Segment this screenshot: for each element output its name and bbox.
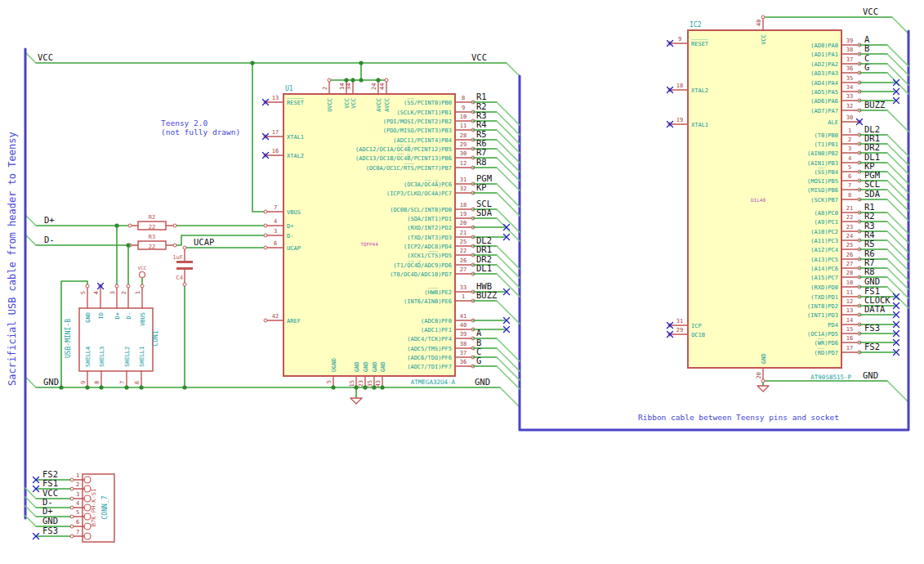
net-label: R7 [476,147,487,157]
pin-end [385,78,388,82]
junction-dot [126,243,130,247]
pin-name: (T0/OC4D/ADC10)PD7 [390,271,452,278]
pin-name: R̅E̅S̅E̅T̅ [287,98,305,105]
net-label: D+ [42,506,53,516]
pin-number: 30 [846,114,853,121]
pin-number: 19 [676,117,683,123]
bus-entry [25,235,36,245]
pin-end [264,319,267,322]
pin-number: 3 [274,228,277,235]
pin-name: (OC0A/OC1C/R̅T̅S̅/PCINT7)PB7 [366,163,452,171]
net-label: GND [43,377,59,387]
pin-end [328,78,331,82]
bus-entry [887,172,908,193]
pin-name: GND [761,353,767,364]
net-label: R5 [864,239,875,248]
pin-number: 12 [460,160,466,167]
bus-entry [25,488,36,499]
junction-dot [250,60,254,65]
schematic-canvas: R222R3221uFC4U1TQFP44ATMEGA32U4-A13R̅E̅S… [0,0,924,564]
pin-number: 23 [846,224,853,231]
pin-number: 38 [846,47,853,53]
pin-number: 10 [846,280,853,286]
pin-end [173,224,176,227]
bus-entry [497,158,520,181]
note-teensy-line1: Teensy 2.0 [161,119,208,128]
junction-dot [376,78,380,82]
net-label: SCL [864,179,880,189]
pin-number: 18 [676,83,683,89]
pin-number: 12 [846,298,853,305]
pin-name: (AIN1)PB3 [807,160,838,167]
pin-name: (H̅W̅B̅)PE2 [424,288,452,295]
U1-ref: U1 [285,85,293,92]
pin-number: 39 [460,331,466,338]
pin-number: 41 [460,313,466,320]
bus-entry [887,259,908,280]
connector-contact [84,533,91,539]
pin-number: 11 [460,123,466,129]
pin-number: 18 [460,202,466,208]
net-label: R4 [476,119,487,129]
net-label: A [476,328,482,338]
pin-name: SHELL3 [99,347,105,367]
pin-number: 28 [460,132,466,139]
pin-name: (W̅R̅)PD6 [814,338,838,346]
pin-name: (OC0B/SCL/INT0)PD0 [390,207,452,213]
bus-entry [887,144,908,165]
junction-dot [359,78,363,82]
vcc-power-label: VCC [138,265,147,271]
pin-name: ID [98,312,105,319]
pin-number: 36 [846,65,853,72]
pin-name: XTAL1 [287,134,304,141]
pin-name: (AD0)PA0 [810,43,838,49]
bus-entry [887,231,908,253]
bus-entry [25,377,36,387]
net-label: G [476,356,481,365]
junction-dot [182,385,186,389]
bus-entry [497,255,520,278]
pin-number: 35 [846,75,853,82]
bus-entry [497,265,520,288]
note-ribbon-cable: Ribbon cable between Teensy pins and soc… [638,413,839,422]
bus-entry [887,181,908,202]
pin-number: 14 [846,317,853,324]
bus-entry [887,287,908,308]
bus-entry [497,246,520,269]
bus-entry [497,366,520,389]
ground-symbol [350,398,362,404]
pin-number: 19 [460,211,466,217]
pin-number: 33 [846,93,853,100]
bus-entry [887,54,908,75]
pin-name: (ADC0)PF0 [421,318,452,325]
net-label: D- [44,235,55,244]
connector-contact [84,477,91,483]
C4-ref: C4 [176,275,183,281]
note-sacrificial-usb: Sacrificial USB cable from header to Tee… [7,132,18,386]
CON1-part-name: USB-MINI-B [65,319,72,358]
bus-entry [887,240,908,262]
bus-entry [25,516,36,526]
connector-contact [84,495,91,502]
pin-name: AVCC [376,98,382,112]
pin-name: (ADC5/TMS)PF5 [407,346,452,352]
pin-name: GND [85,312,92,323]
bus-entry [497,102,520,125]
bus-entry [887,73,908,94]
pin-number: 16 [846,335,853,342]
U1-value: TQFP44 [360,241,378,247]
bus-entry [497,140,520,163]
bus-entry [892,17,908,34]
bus-entry [887,163,908,184]
pin-name: UVCC [327,98,333,112]
net-label: FS3 [42,526,58,535]
pin-name: GND [354,361,360,372]
net-label: FS1 [42,478,58,488]
pin-number: 25 [460,239,466,245]
pin-name: SHELL1 [139,347,145,367]
pin-number: 28 [846,270,853,276]
ground-symbol [757,386,769,392]
pin-name: (ICP3/CLKO/OC4A)PC7 [386,190,452,197]
pin-name: GND [372,361,378,372]
bus-entry [887,381,908,402]
